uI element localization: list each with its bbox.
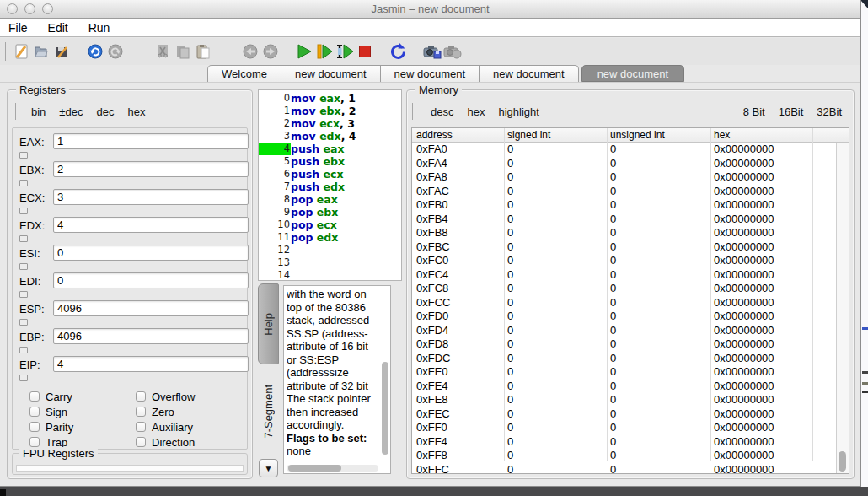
code-line-5[interactable]: 5push ebx [259, 155, 401, 168]
memory-row[interactable]: 0xFE4000x00000000 [412, 380, 836, 394]
memory-button-highlight[interactable]: highlight [491, 104, 545, 120]
memory-row[interactable]: 0xFA4000x00000000 [412, 157, 836, 171]
memory-button-desc[interactable]: desc [424, 104, 460, 120]
register-value-input[interactable] [53, 245, 249, 261]
line-number[interactable]: 10 [259, 218, 291, 231]
titlebar[interactable]: Jasmin – new document [0, 0, 860, 19]
memory-row[interactable]: 0xFF4000x00000000 [412, 435, 836, 450]
undo-icon[interactable] [85, 40, 105, 62]
code-line-13[interactable]: 13 [259, 256, 401, 269]
flag-checkbox-overflow[interactable] [136, 391, 146, 402]
document-tab-3[interactable]: new document [480, 65, 579, 82]
flag-checkbox-parity[interactable] [29, 422, 40, 432]
memory-column-header-1[interactable]: signed int [507, 129, 550, 141]
line-number[interactable]: 5 [259, 155, 291, 168]
register-value-input[interactable] [53, 356, 249, 372]
fpu-collapsed-bar[interactable] [16, 465, 244, 472]
help-text-area[interactable]: with the word ontop of the 80386stack, a… [283, 285, 391, 474]
memory-row[interactable]: 0xFE0000x00000000 [412, 365, 836, 380]
memory-column-header-0[interactable]: address [416, 129, 453, 141]
run-to-cursor-icon[interactable] [335, 40, 355, 62]
open-icon[interactable] [31, 40, 51, 62]
document-tab-2[interactable]: new document [381, 65, 480, 82]
registers-toolbar-handle[interactable] [13, 103, 16, 120]
memory-row[interactable]: 0xFD4000x00000000 [412, 324, 836, 338]
line-number[interactable]: 1 [259, 105, 291, 117]
memory-button-hex[interactable]: hex [460, 104, 491, 120]
memory-row[interactable]: 0xFF0000x00000000 [412, 421, 836, 435]
register-expander-icon[interactable] [19, 180, 28, 186]
side-tabs-scroll-down-button[interactable]: ▼ [259, 459, 278, 477]
memory-row[interactable]: 0xFC0000x00000000 [412, 254, 836, 268]
code-line-10[interactable]: 10pop ecx [259, 218, 401, 231]
memory-column-header-2[interactable]: unsigned int [610, 129, 665, 141]
code-line-9[interactable]: 9pop ebx [259, 206, 401, 218]
memory-row[interactable]: 0xFC4000x00000000 [412, 268, 836, 283]
memory-row[interactable]: 0xFA0000x00000000 [412, 143, 836, 157]
memory-row[interactable]: 0xFA8000x00000000 [412, 170, 836, 185]
flag-checkbox-zero[interactable] [136, 407, 146, 417]
register-value-input[interactable] [53, 217, 249, 233]
code-line-7[interactable]: 7push edx [259, 181, 401, 193]
save-icon[interactable] [51, 40, 72, 62]
document-tab-4[interactable]: new document [581, 65, 685, 82]
memory-row[interactable]: 0xFAC000x00000000 [412, 185, 836, 199]
memory-row[interactable]: 0xFB4000x00000000 [412, 213, 836, 227]
register-expander-icon[interactable] [19, 319, 28, 326]
register-value-input[interactable] [53, 133, 249, 149]
memory-row[interactable]: 0xFEC000x00000000 [412, 407, 836, 422]
line-number[interactable]: 2 [259, 117, 291, 130]
line-number[interactable]: 12 [259, 244, 291, 256]
register-value-input[interactable] [53, 328, 249, 344]
memory-row[interactable]: 0xFC8000x00000000 [412, 282, 836, 296]
memory-vertical-scrollbar[interactable] [836, 143, 849, 473]
register-value-input[interactable] [53, 300, 249, 316]
document-tab-0[interactable]: Welcome [207, 65, 281, 82]
registers-button-hex[interactable]: hex [121, 104, 152, 120]
code-line-3[interactable]: 3mov edx, 4 [259, 130, 401, 143]
register-expander-icon[interactable] [19, 208, 28, 214]
flag-checkbox-direction[interactable] [136, 437, 146, 447]
register-expander-icon[interactable] [19, 263, 28, 270]
memory-toolbar-handle[interactable] [412, 103, 415, 120]
register-value-input[interactable] [53, 272, 249, 288]
registers-button-bin[interactable]: bin [24, 104, 52, 120]
line-number[interactable]: 14 [259, 269, 291, 281]
fpu-panel[interactable]: FPU Registers [12, 453, 248, 475]
memory-row[interactable]: 0xFD8000x00000000 [412, 337, 836, 352]
flag-checkbox-carry[interactable] [29, 391, 40, 402]
memory-button-16bit[interactable]: 16Bit [772, 104, 811, 120]
register-expander-icon[interactable] [19, 235, 28, 242]
new-document-icon[interactable] [11, 40, 31, 62]
register-value-input[interactable] [53, 189, 249, 205]
line-number[interactable]: 3 [259, 130, 291, 143]
memory-row[interactable]: 0xFCC000x00000000 [412, 296, 836, 310]
line-number[interactable]: 13 [259, 256, 291, 269]
flag-checkbox-trap[interactable] [29, 437, 40, 447]
register-expander-icon[interactable] [19, 291, 28, 298]
memory-row[interactable]: 0xFFC000x00000000 [412, 463, 836, 475]
memory-row[interactable]: 0xFE8000x00000000 [412, 393, 836, 407]
tab-help[interactable]: Help [258, 283, 279, 364]
memory-row[interactable]: 0xFB0000x00000000 [412, 198, 836, 213]
line-number[interactable]: 7 [259, 181, 291, 193]
memory-row[interactable]: 0xFBC000x00000000 [412, 240, 836, 255]
help-vertical-scrollbar-thumb[interactable] [382, 362, 388, 455]
line-number[interactable]: 9 [259, 206, 291, 218]
current-line-marker[interactable]: 4 [259, 143, 291, 155]
memory-row[interactable]: 0xFDC000x00000000 [412, 352, 836, 366]
register-expander-icon[interactable] [19, 375, 28, 381]
register-value-input[interactable] [53, 161, 249, 177]
memory-column-header-3[interactable]: hex [714, 129, 730, 141]
memory-row[interactable]: 0xFF8000x00000000 [412, 449, 836, 463]
code-line-14[interactable]: 14 [259, 269, 401, 281]
line-number[interactable]: 6 [259, 168, 291, 181]
reset-icon[interactable] [388, 40, 409, 62]
menu-file[interactable]: File [8, 21, 28, 35]
menu-edit[interactable]: Edit [48, 21, 68, 35]
flag-checkbox-auxiliary[interactable] [136, 422, 146, 432]
code-line-6[interactable]: 6push ecx [259, 168, 401, 181]
code-line-4[interactable]: 4push eax [259, 143, 401, 155]
menu-run[interactable]: Run [88, 21, 110, 35]
code-line-0[interactable]: 0mov eax, 1 [259, 92, 401, 105]
